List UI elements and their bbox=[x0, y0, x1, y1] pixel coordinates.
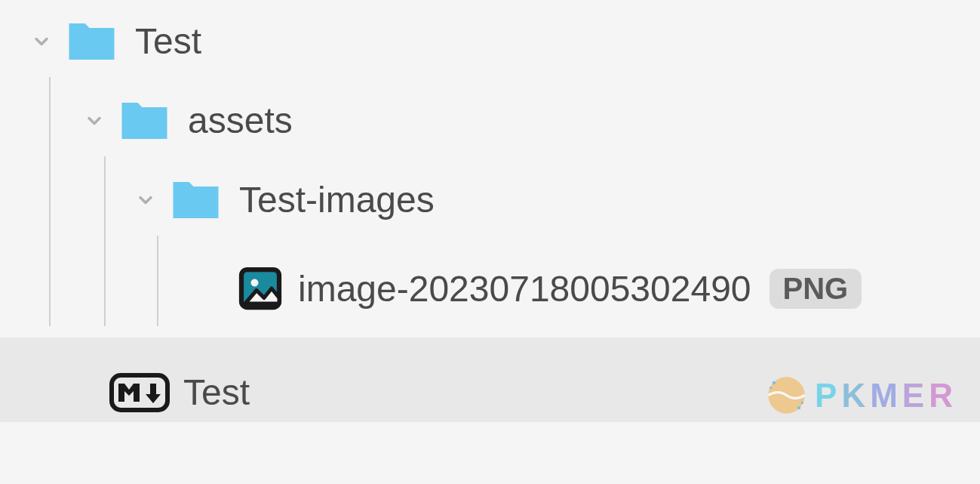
svg-point-5 bbox=[797, 406, 800, 409]
chevron-down-icon[interactable] bbox=[134, 189, 157, 211]
svg-point-4 bbox=[773, 381, 776, 384]
markdown-file-icon bbox=[109, 373, 170, 412]
folder-icon bbox=[63, 19, 120, 64]
image-file-icon bbox=[238, 266, 283, 311]
indent-line bbox=[49, 239, 51, 326]
indent-line bbox=[104, 239, 106, 326]
tree-file-image[interactable]: image-20230718005302490 PNG bbox=[0, 239, 980, 338]
svg-point-6 bbox=[770, 387, 772, 389]
file-extension-badge: PNG bbox=[770, 269, 862, 309]
tree-folder-test[interactable]: Test bbox=[0, 2, 980, 81]
pkmer-watermark: PKMER bbox=[766, 375, 957, 416]
tree-folder-test-images[interactable]: Test-images bbox=[0, 160, 980, 239]
indent-line bbox=[157, 236, 158, 326]
chevron-down-icon[interactable] bbox=[83, 109, 106, 132]
chevron-down-icon[interactable] bbox=[30, 30, 53, 53]
file-label: image-20230718005302490 bbox=[298, 268, 751, 310]
svg-point-1 bbox=[251, 279, 259, 287]
tree-file-test-md[interactable]: Test PKMER bbox=[0, 338, 980, 422]
folder-icon bbox=[167, 177, 224, 223]
folder-label: assets bbox=[188, 100, 293, 141]
folder-icon bbox=[116, 98, 173, 143]
indent-line bbox=[49, 77, 51, 160]
folder-label: Test bbox=[135, 20, 201, 62]
file-label: Test bbox=[183, 371, 250, 413]
pkmer-logo-icon bbox=[766, 375, 807, 416]
tree-folder-assets[interactable]: assets bbox=[0, 81, 980, 160]
svg-point-7 bbox=[801, 402, 803, 404]
indent-line bbox=[104, 156, 106, 239]
file-tree: Test assets Test-images bbox=[0, 0, 980, 422]
pkmer-text: PKMER bbox=[815, 377, 957, 415]
indent-line bbox=[49, 160, 51, 239]
folder-label: Test-images bbox=[239, 179, 435, 220]
